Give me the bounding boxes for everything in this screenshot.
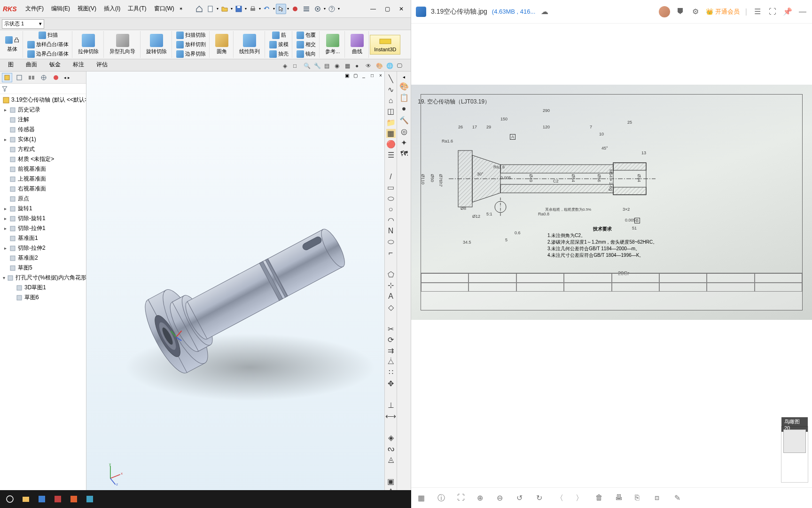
tree-item[interactable]: 材质 <未指定> [0,154,86,164]
pin-icon[interactable]: 📌 [783,7,792,16]
trim-icon[interactable]: ✂ [386,325,396,333]
tree-item[interactable]: 右视基准面 [0,184,86,194]
tree-item[interactable]: 草图6 [0,293,86,302]
tree-item[interactable]: ▸历史记录 [0,105,86,115]
fullscreen-icon[interactable]: ⛶ [768,7,777,16]
cloud-upload-icon[interactable]: ☁ [540,7,549,16]
ribbon-lofted-cut[interactable]: 放样切割 [175,40,207,49]
tree-item[interactable]: 草图5 [0,263,86,273]
close-icon[interactable]: ✕ [395,4,408,14]
zoom-icon[interactable]: 🔍 [304,63,312,71]
loft2-icon[interactable]: ◬ [386,455,396,464]
delete-icon[interactable]: 🗑 [595,493,605,503]
slot-icon[interactable]: ⬭ [386,194,396,203]
tree-toggle-icon[interactable]: ▸ [3,246,8,251]
display-icon[interactable]: ◉ [335,63,343,71]
pattern2-icon[interactable]: ∷ [386,368,396,377]
tree-item[interactable]: 方程式 [0,144,86,154]
tree-item[interactable]: ▸切除-拉伸1 [0,223,86,233]
spline2-icon[interactable]: N [386,227,396,236]
convert-icon[interactable]: ⟳ [386,335,396,344]
ribbon-lofted-boss[interactable]: 放样凸台/基体 [26,40,70,49]
app3-icon[interactable] [68,493,80,505]
ribbon-shell[interactable]: 抽壳 [268,50,290,58]
hammer-icon[interactable]: 🔨 [399,115,409,125]
ribbon-hole-wizard[interactable]: 异型孔向导 [107,33,138,56]
menu-edit[interactable]: 编辑(E) [48,3,73,15]
ribbon-extruded-cut[interactable]: 拉伸切除 [75,33,102,56]
hide-icon[interactable]: 👁 [366,63,374,71]
ribbon-wrap[interactable]: 包覆 [295,31,317,40]
edit-icon[interactable]: ✎ [674,493,684,503]
list-icon[interactable]: ☰ [386,151,396,159]
color-icon[interactable]: 🔴 [386,140,396,149]
3dsketch-icon[interactable]: ◈ [386,433,396,442]
ribbon-intersect[interactable]: 相交 [295,40,317,49]
crop-icon[interactable]: ⧈ [655,493,664,503]
tree-item[interactable]: ▸切除-拉伸2 [0,243,86,253]
tree-item[interactable]: 原点 [0,194,86,204]
print-icon[interactable] [248,4,258,14]
tree-tab-dim[interactable] [39,73,49,82]
tree-item[interactable]: 基准面2 [0,253,86,263]
menu-view[interactable]: 视图(V) [75,3,99,15]
point-icon[interactable]: ⊹ [386,281,396,290]
ribbon-rib[interactable]: 筋 [271,31,288,40]
rotate-left-icon[interactable]: ↺ [516,493,526,503]
print2-icon[interactable]: 🖶 [615,493,625,503]
quick-icon[interactable]: ▣ [386,477,396,486]
tree-tab-config[interactable] [26,73,37,82]
options-icon[interactable] [301,4,312,14]
vip-link[interactable]: 👑 开通会员 [706,8,740,16]
menu-insert[interactable]: 插入(I) [101,3,123,15]
ribbon-mirror[interactable]: 镜向 [295,50,317,58]
scene-icon[interactable]: ● [355,63,364,71]
ribbon-revolved-cut[interactable]: 旋转切除 [143,33,170,56]
tree-item[interactable]: 前视基准面 [0,164,86,174]
menu-window[interactable]: 窗口(W) [151,3,177,15]
home-icon[interactable] [194,4,204,14]
line2-icon[interactable]: / [386,172,396,181]
help-icon[interactable]: ? [327,4,337,14]
app2-icon[interactable] [52,493,64,505]
tree-item[interactable]: ▸实体(1) [0,135,86,144]
tab-sheetmetal[interactable]: 钣金 [43,58,67,71]
tree-item[interactable]: 上视基准面 [0,174,86,184]
wrench-icon[interactable]: 🔧 [314,63,322,71]
tree-root[interactable]: 3.19空心传动轴 (默认 <<默认> [0,95,86,105]
box-icon[interactable]: □ [293,63,302,71]
start-button[interactable] [4,493,16,505]
display-state-dropdown[interactable]: 示状态 1 ▾ [2,19,44,29]
spline-icon[interactable]: ∿ [386,85,396,94]
feature-tree[interactable]: 3.19空心传动轴 (默认 <<默认> ▸历史记录注解传感器▸实体(1)方程式材… [0,94,86,500]
globe-icon[interactable]: 🌐 [386,63,395,71]
undo-icon[interactable] [262,4,272,14]
tree-tab-property[interactable] [14,73,24,82]
viewport[interactable]: ▣ ▢ _ □ × [86,71,384,500]
ribbon-swept-cut[interactable]: 扫描切除 [175,31,207,40]
rebuild-icon[interactable] [290,4,300,14]
mirror2-icon[interactable]: ⧊ [386,357,396,366]
library-icon[interactable]: ✦ [399,138,409,147]
tree-toggle-icon[interactable]: ▸ [3,216,8,221]
sweep2-icon[interactable]: ᔓ [386,444,396,453]
explorer-icon[interactable] [20,493,32,505]
avatar[interactable] [659,6,670,17]
menu-icon[interactable]: ☰ [753,7,762,16]
circle-icon[interactable]: ○ [386,205,396,214]
min-icon[interactable]: — [798,7,807,16]
line-icon[interactable]: ╲ [386,74,396,83]
maximize-icon[interactable]: ▢ [381,4,394,14]
tree-filter[interactable] [0,84,86,94]
coordinate-gizmo[interactable]: x y z [101,462,124,485]
ribbon-linear-pattern[interactable]: 线性阵列 [236,33,263,56]
home2-icon[interactable]: ⌂ [386,96,396,105]
zoom-in-icon[interactable]: ⊕ [477,493,486,503]
ribbon-boss-base[interactable]: 基体 [6,45,19,53]
tree-tab-feature[interactable] [2,73,12,82]
map-icon[interactable]: 🗺 [399,149,409,159]
tab-annotation[interactable]: 标注 [67,58,90,71]
ribbon-reference[interactable]: 参考... [322,33,343,56]
dimension-icon[interactable]: ⟷ [386,412,396,421]
style-icon[interactable]: ▦ [345,63,353,71]
